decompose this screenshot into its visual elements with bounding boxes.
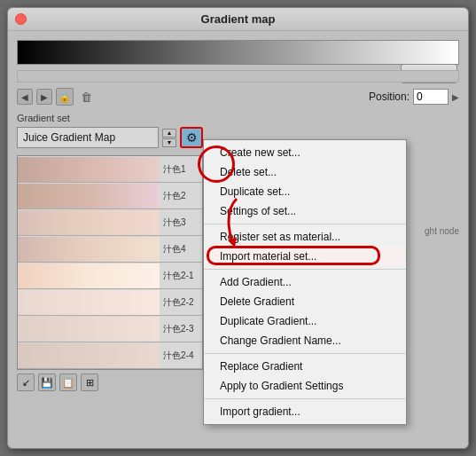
gradient-map-window: Gradient map OK Cancel ◀ ▶ 🔒 🗑 Position:… bbox=[7, 7, 469, 449]
gradient-item-label: 汁色2-4 bbox=[160, 350, 197, 362]
gradient-swatch bbox=[18, 157, 160, 182]
toolbar-icon-2[interactable]: 💾 bbox=[38, 373, 56, 391]
position-input[interactable] bbox=[413, 89, 449, 105]
menu-separator bbox=[204, 269, 406, 270]
list-item[interactable]: 汁色1 bbox=[18, 156, 202, 183]
menu-item-replace-gradient[interactable]: Replace Gradient bbox=[204, 357, 406, 376]
gradient-set-label: Gradient set bbox=[17, 113, 459, 123]
gradient-swatch bbox=[18, 343, 160, 368]
nav-trash-button[interactable]: 🗑 bbox=[77, 88, 95, 106]
gradient-item-label: 汁色2-3 bbox=[160, 323, 197, 335]
menu-item-import-gradient[interactable]: Import gradient... bbox=[204, 402, 406, 421]
menu-item-import-material-set[interactable]: Import material set... bbox=[204, 247, 406, 266]
gradient-swatch bbox=[18, 317, 160, 342]
toolbar-icon-1[interactable]: ↙ bbox=[17, 373, 35, 391]
toolbar-icon-4[interactable]: ⊞ bbox=[81, 373, 98, 391]
gradient-item-label: 汁色1 bbox=[160, 163, 190, 176]
bottom-toolbar: ↙ 💾 📋 ⊞ bbox=[17, 373, 203, 391]
list-item[interactable]: 汁色2-2 bbox=[18, 289, 202, 316]
gradient-item-label: 汁色2-1 bbox=[160, 270, 197, 282]
gradient-item-label: 汁色3 bbox=[160, 216, 190, 229]
gradient-swatch bbox=[18, 263, 160, 288]
menu-item-settings-of-set[interactable]: Settings of set... bbox=[204, 201, 406, 221]
menu-separator bbox=[204, 398, 406, 399]
title-bar: Gradient map bbox=[8, 8, 468, 31]
close-button[interactable] bbox=[15, 13, 27, 25]
gradient-set-down[interactable]: ▼ bbox=[162, 138, 176, 147]
position-row: Position: ▶ bbox=[369, 89, 459, 105]
menu-item-apply-to-gradient-settings[interactable]: Apply to Gradient Settings bbox=[204, 376, 406, 396]
list-item[interactable]: 汁色2-4 bbox=[18, 342, 202, 369]
menu-separator bbox=[204, 353, 406, 354]
gradient-swatch bbox=[18, 184, 160, 208]
position-stepper[interactable]: ▶ bbox=[452, 92, 459, 102]
gradient-preview-bar bbox=[17, 40, 459, 65]
gradient-set-arrows: ▲ ▼ bbox=[162, 129, 176, 147]
window-title: Gradient map bbox=[201, 12, 276, 26]
menu-item-delete-set[interactable]: Delete set... bbox=[204, 162, 406, 182]
list-item[interactable]: 汁色4 bbox=[18, 236, 202, 263]
gradient-swatch bbox=[18, 290, 160, 315]
menu-separator bbox=[204, 224, 406, 224]
gradient-swatch bbox=[18, 237, 160, 262]
gradient-set-name[interactable]: Juice Gradient Map bbox=[17, 127, 159, 148]
gradient-swatch bbox=[18, 210, 160, 235]
menu-item-add-gradient[interactable]: Add Gradient... bbox=[204, 272, 406, 292]
gradient-ruler bbox=[17, 70, 459, 83]
gradient-list: 汁色1汁色2汁色3汁色4汁色2-1汁色2-2汁色2-3汁色2-4 bbox=[17, 155, 203, 370]
gradient-item-label: 汁色4 bbox=[160, 243, 190, 256]
list-item[interactable]: 汁色3 bbox=[18, 209, 202, 236]
toolbar-icon-3[interactable]: 📋 bbox=[59, 373, 77, 391]
position-label-text: Position: bbox=[369, 90, 410, 103]
menu-item-duplicate-gradient[interactable]: Duplicate Gradient... bbox=[204, 311, 406, 331]
menu-item-change-gradient-name[interactable]: Change Gradient Name... bbox=[204, 331, 406, 350]
nav-left-arrow[interactable]: ◀ bbox=[17, 89, 33, 105]
nav-right-arrow[interactable]: ▶ bbox=[36, 89, 52, 105]
list-item[interactable]: 汁色2-1 bbox=[18, 263, 202, 289]
gradient-item-label: 汁色2 bbox=[160, 190, 190, 202]
list-item[interactable]: 汁色2-3 bbox=[18, 316, 202, 342]
gradient-set-up[interactable]: ▲ bbox=[162, 129, 176, 138]
gradient-set-gear-button[interactable]: ⚙ bbox=[180, 127, 203, 148]
list-item[interactable]: 汁色2 bbox=[18, 183, 202, 209]
nav-bar: ◀ ▶ 🔒 🗑 Position: ▶ bbox=[17, 88, 459, 106]
gradient-item-label: 汁色2-2 bbox=[160, 296, 197, 309]
menu-item-delete-gradient[interactable]: Delete Gradient bbox=[204, 292, 406, 311]
menu-item-create-new-set[interactable]: Create new set... bbox=[204, 143, 406, 162]
menu-item-register-set[interactable]: Register set as material... bbox=[204, 227, 406, 247]
nav-lock-button[interactable]: 🔒 bbox=[56, 88, 74, 106]
context-menu: Create new set...Delete set...Duplicate … bbox=[203, 139, 407, 425]
menu-item-duplicate-set[interactable]: Duplicate set... bbox=[204, 182, 406, 201]
